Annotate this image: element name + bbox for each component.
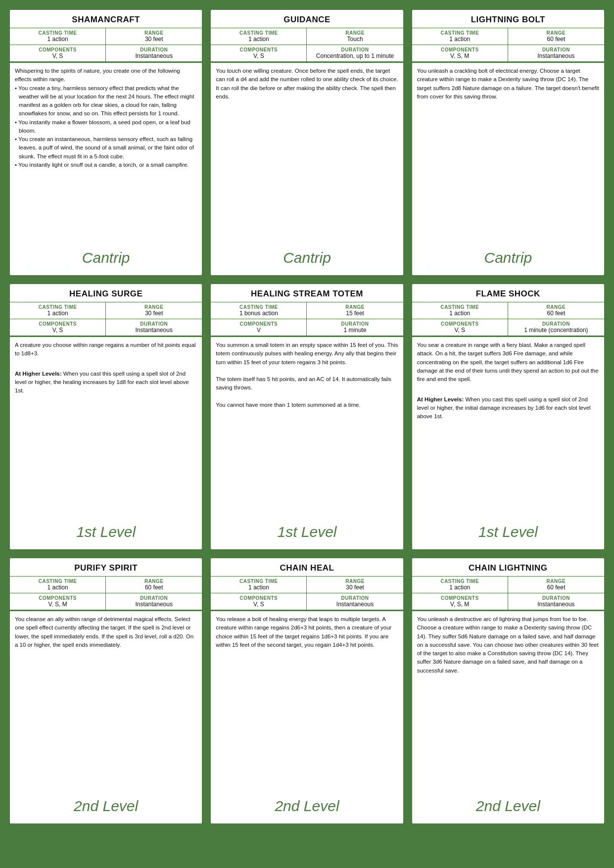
duration-value: Instantaneous	[110, 52, 198, 59]
casting-time-value: 1 action	[14, 310, 101, 317]
components-label: COMPONENTS	[215, 321, 302, 327]
spell-card-shamancraft: SHAMANCRAFT CASTING TIME 1 action RANGE …	[9, 9, 203, 276]
casting-time-cell: CASTING TIME 1 action	[412, 577, 508, 593]
card-description-healing_surge: A creature you choose within range regai…	[10, 337, 202, 517]
card-description-guidance: You touch one willing creature. Once bef…	[211, 63, 403, 242]
card-description-flame_shock: You sear a creature in range with a fier…	[412, 337, 604, 517]
range-value: Touch	[311, 36, 399, 43]
spell-card-flame_shock: FLAME SHOCK CASTING TIME 1 action RANGE …	[411, 283, 605, 550]
duration-label: DURATION	[110, 321, 198, 327]
duration-cell: DURATION Instantaneous	[106, 45, 202, 61]
duration-label: DURATION	[311, 321, 399, 327]
range-cell: RANGE 60 feet	[508, 577, 604, 593]
casting-time-value: 1 action	[215, 36, 302, 43]
casting-time-label: CASTING TIME	[14, 304, 101, 310]
range-value: 30 feet	[311, 584, 399, 591]
spell-card-purify_spirit: PURIFY SPIRIT CASTING TIME 1 action RANG…	[9, 557, 203, 824]
range-cell: RANGE 60 feet	[508, 302, 604, 319]
range-value: 30 feet	[110, 310, 198, 317]
card-title-purify_spirit: PURIFY SPIRIT	[10, 558, 202, 577]
duration-cell: DURATION 1 minute (concentration)	[508, 319, 604, 336]
duration-value: Concentration, up to 1 minute	[311, 52, 399, 59]
components-cell: COMPONENTS V, S	[10, 319, 106, 336]
casting-time-cell: CASTING TIME 1 action	[10, 28, 106, 45]
range-cell: RANGE 60 feet	[106, 577, 202, 593]
card-description-lightning_bolt: You unleash a crackling bolt of electric…	[412, 63, 604, 242]
casting-time-value: 1 action	[416, 310, 504, 317]
casting-time-cell: CASTING TIME 1 action	[412, 28, 508, 45]
range-label: RANGE	[311, 579, 399, 584]
duration-cell: DURATION 1 minute	[307, 319, 403, 336]
spell-card-grid: SHAMANCRAFT CASTING TIME 1 action RANGE …	[9, 9, 605, 824]
casting-time-label: CASTING TIME	[416, 579, 504, 584]
casting-time-label: CASTING TIME	[14, 30, 101, 36]
duration-label: DURATION	[512, 595, 600, 601]
card-title-lightning_bolt: LIGHTNING BOLT	[412, 10, 604, 28]
duration-label: DURATION	[512, 321, 600, 327]
range-cell: RANGE 30 feet	[106, 28, 202, 45]
casting-time-value: 1 action	[14, 36, 101, 43]
spell-card-healing_surge: HEALING SURGE CASTING TIME 1 action RANG…	[9, 283, 203, 550]
duration-cell: DURATION Instantaneous	[307, 593, 403, 610]
card-title-chain_lightning: CHAIN LIGHTNING	[412, 558, 604, 577]
duration-label: DURATION	[110, 47, 198, 52]
range-value: 60 feet	[512, 310, 600, 317]
components-label: COMPONENTS	[215, 595, 302, 601]
components-value: V, S	[215, 52, 302, 59]
card-level-healing_stream_totem: 1st Level	[211, 517, 403, 549]
components-value: V, S	[416, 327, 504, 334]
card-level-chain_lightning: 2nd Level	[412, 791, 604, 823]
range-value: 30 feet	[110, 36, 198, 43]
casting-time-label: CASTING TIME	[215, 579, 302, 584]
card-description-purify_spirit: You cleanse an ally within range of detr…	[10, 611, 202, 791]
components-value: V, S	[215, 601, 302, 608]
range-value: 60 feet	[110, 584, 198, 591]
components-value: V, S	[14, 52, 101, 59]
range-label: RANGE	[512, 579, 600, 584]
range-cell: RANGE 30 feet	[106, 302, 202, 319]
range-value: 15 feet	[311, 310, 399, 317]
range-cell: RANGE 15 feet	[307, 302, 403, 319]
casting-time-label: CASTING TIME	[14, 579, 101, 584]
duration-value: Instantaneous	[311, 601, 399, 608]
casting-time-cell: CASTING TIME 1 action	[211, 28, 307, 45]
card-title-chain_heal: CHAIN HEAL	[211, 558, 403, 577]
card-title-healing_stream_totem: HEALING STREAM TOTEM	[211, 284, 403, 302]
range-label: RANGE	[110, 579, 198, 584]
components-label: COMPONENTS	[14, 595, 101, 601]
components-value: V	[215, 327, 302, 334]
range-value: 60 feet	[512, 36, 600, 43]
components-label: COMPONENTS	[416, 595, 504, 601]
range-cell: RANGE 30 feet	[307, 577, 403, 593]
components-value: V, S, M	[416, 601, 504, 608]
spell-card-healing_stream_totem: HEALING STREAM TOTEM CASTING TIME 1 bonu…	[210, 283, 404, 550]
components-value: V, S, M	[14, 601, 101, 608]
components-cell: COMPONENTS V, S	[211, 593, 307, 610]
spell-card-chain_lightning: CHAIN LIGHTNING CASTING TIME 1 action RA…	[411, 557, 605, 824]
casting-time-cell: CASTING TIME 1 action	[211, 577, 307, 593]
components-label: COMPONENTS	[14, 47, 101, 52]
card-level-shamancraft: Cantrip	[10, 242, 202, 275]
duration-value: Instantaneous	[110, 601, 198, 608]
duration-cell: DURATION Instantaneous	[106, 593, 202, 610]
card-level-guidance: Cantrip	[211, 242, 403, 275]
duration-value: Instantaneous	[110, 327, 198, 334]
range-label: RANGE	[311, 30, 399, 36]
duration-cell: DURATION Instantaneous	[508, 593, 604, 610]
casting-time-value: 1 action	[215, 584, 302, 591]
range-label: RANGE	[512, 304, 600, 310]
card-level-flame_shock: 1st Level	[412, 517, 604, 549]
casting-time-value: 1 action	[14, 584, 101, 591]
card-description-chain_heal: You release a bolt of healing energy tha…	[211, 611, 403, 791]
components-label: COMPONENTS	[215, 47, 302, 52]
card-title-flame_shock: FLAME SHOCK	[412, 284, 604, 302]
card-title-healing_surge: HEALING SURGE	[10, 284, 202, 302]
card-description-healing_stream_totem: You summon a small totem in an empty spa…	[211, 337, 403, 517]
components-cell: COMPONENTS V, S	[412, 319, 508, 336]
duration-cell: DURATION Instantaneous	[106, 319, 202, 336]
card-level-chain_heal: 2nd Level	[211, 791, 403, 823]
card-description-chain_lightning: You unleash a destructive arc of lightni…	[412, 611, 604, 791]
casting-time-label: CASTING TIME	[215, 304, 302, 310]
card-level-healing_surge: 1st Level	[10, 517, 202, 549]
spell-card-guidance: GUIDANCE CASTING TIME 1 action RANGE Tou…	[210, 9, 404, 276]
